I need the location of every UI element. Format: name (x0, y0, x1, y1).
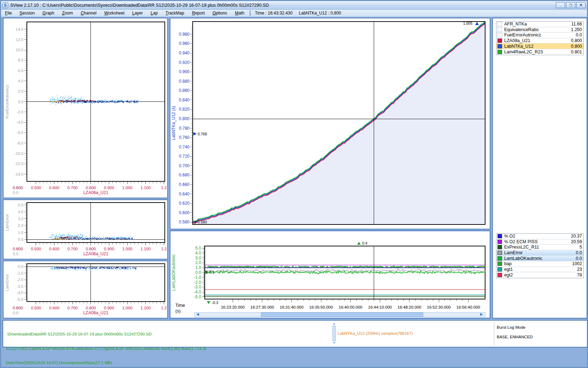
legend-row-lamlabokautronic[interactable]: LamLabOKautronic0.0 (496, 256, 583, 261)
svg-text:2.0: 2.0 (18, 223, 23, 228)
legend-row-fuelerrorautronicz[interactable]: FuelErrorAutronicz0.0 (496, 33, 583, 38)
menu-session[interactable]: Session (16, 10, 39, 16)
svg-text:0.800: 0.800 (13, 306, 23, 310)
svg-text:0.800: 0.800 (179, 116, 190, 121)
channel-value: 78 (577, 273, 582, 278)
min-marker-icon (207, 301, 210, 304)
legend-row-labntka-u12[interactable]: LabNTKa_U120.800 (496, 43, 583, 49)
channel-color-swatch (497, 240, 502, 244)
maximize-icon (569, 3, 572, 7)
maximize-button[interactable] (566, 2, 575, 8)
svg-text:-4.0: -4.0 (194, 290, 201, 294)
svg-text:1.0: 1.0 (195, 265, 201, 270)
legend-panel: AFR_NTKa11.66EquivalenceRatio1.250FuelEr… (492, 18, 587, 319)
channel-name: LZA08a_U21 (504, 38, 571, 43)
lam-error-neg-scatter[interactable]: -5.0-4.0-3.0-2.0-1.00.00.5000.6000.7000.… (4, 261, 167, 318)
status-divider (494, 322, 494, 345)
scroll-up-icon[interactable]: ▲ (333, 322, 336, 326)
menu-graph[interactable]: Graph (39, 10, 58, 16)
channel-color-swatch (497, 39, 502, 43)
channel-color-swatch (497, 245, 502, 249)
svg-text:0.900: 0.900 (104, 186, 114, 190)
svg-text:0.940: 0.940 (179, 51, 190, 56)
channel-name: egt1 (504, 267, 577, 272)
main-lambda-chart-panel[interactable]: 0.5800.6000.6200.6400.6600.6800.7000.720… (170, 18, 490, 229)
legend-row-afr-ntka[interactable]: AFR_NTKa11.66 (496, 22, 583, 27)
channel-color-swatch (497, 256, 502, 261)
svg-text:1.2: 1.2 (161, 306, 167, 310)
channel-info-scrollbar[interactable]: ▲ ▼ (332, 322, 336, 345)
svg-text:12.0: 12.0 (16, 37, 23, 42)
lam-error-neg-scatter-panel[interactable]: -5.0-4.0-3.0-2.0-1.00.00.5000.6000.7000.… (3, 261, 168, 319)
svg-text:-4.0: -4.0 (17, 120, 23, 124)
log-file-path: .\DownloadedData\RR S12\2025-10-29 16-07… (6, 332, 206, 337)
menu-trackmap[interactable]: TrackMap (162, 10, 188, 16)
channel-value: 11.66 (571, 22, 582, 27)
menu-zoom[interactable]: Zoom (58, 10, 77, 16)
svg-text:0.500: 0.500 (31, 247, 41, 251)
svg-text:0.580: 0.580 (198, 220, 207, 224)
legend-row-bap[interactable]: bap1002 (496, 261, 583, 267)
channel-color-swatch (497, 267, 502, 271)
log-mode-title: Burst Log Mode (497, 323, 533, 332)
channel-info-scrollbar-track[interactable] (332, 326, 336, 341)
svg-text:0.680: 0.680 (179, 173, 190, 177)
menu-report[interactable]: Report (188, 10, 209, 16)
svg-text:14.0: 14.0 (16, 27, 23, 31)
scroll-down-icon[interactable]: ▼ (333, 341, 336, 345)
main-lambda-chart[interactable]: 0.5800.6000.6200.6400.6600.6800.7000.720… (170, 18, 490, 229)
channel-value: 0.0 (576, 33, 582, 37)
legend-row-egt2[interactable]: egt278 (496, 272, 583, 278)
log-mode-value: BASE, ENHANCED (497, 332, 533, 342)
svg-text:0.900: 0.900 (179, 69, 190, 74)
svg-text:16:35:50.000: 16:35:50.000 (309, 305, 333, 309)
menu-options[interactable]: Options (209, 10, 231, 16)
status-bar: .\DownloadedData\RR S12\2025-10-29 16-07… (2, 320, 588, 347)
svg-text:10.0: 10.0 (16, 48, 23, 52)
svg-text:0.800: 0.800 (86, 247, 96, 251)
menu-lap[interactable]: Lap (147, 10, 162, 16)
legend-row-lza08a-u21[interactable]: LZA08a_U210.800 (496, 38, 583, 44)
menu-channel[interactable]: Channel (77, 10, 100, 16)
fuel-error-scatter[interactable]: -14.0-12.0-10.0-8.0-6.0-4.0-2.00.02.04.0… (4, 18, 167, 198)
channel-value: 0.0 (576, 256, 582, 261)
channel-info: LabNTKa_U12 (200Hz) samples(786167) Unit… (338, 322, 441, 345)
svg-text:-14.0: -14.0 (14, 172, 23, 176)
menu-bar: FileSessionGraphZoomChannelWorksheetLaye… (1, 10, 587, 17)
lam-error-pos-scatter[interactable]: 0.01.02.03.04.05.00.5000.6000.7000.8000.… (4, 200, 167, 259)
close-button[interactable] (576, 2, 586, 8)
legend-row-equivalenceratio[interactable]: EquivalenceRatio1.250 (496, 27, 583, 33)
legend-row-lamerror[interactable]: LamError0.0 (496, 250, 583, 256)
svg-text:2.0: 2.0 (18, 89, 23, 93)
channel-color-swatch (497, 44, 502, 48)
legend-row-lam4rawl2c-r23[interactable]: Lam4RawL2C_R230.801 (496, 49, 583, 55)
log-mode-info: Burst Log Mode BASE, ENHANCED (497, 323, 533, 342)
menu-worksheet[interactable]: Worksheet (100, 10, 128, 16)
channel-color-swatch (497, 262, 502, 266)
svg-text:0.600: 0.600 (179, 210, 190, 215)
menu-math[interactable]: Math (231, 10, 248, 16)
svg-text:0.700: 0.700 (68, 306, 78, 310)
time-series-chart-panel[interactable]: -5.0-4.0-3.0-2.0-1.00.01.02.03.04.05.016… (170, 230, 490, 319)
svg-text:0.768: 0.768 (198, 132, 207, 136)
svg-text:0.900: 0.900 (104, 306, 114, 310)
fuel-error-scatter-panel[interactable]: -14.0-12.0-10.0-8.0-6.0-4.0-2.00.02.04.0… (3, 18, 168, 198)
svg-text:0.960: 0.960 (179, 41, 190, 46)
channel-value: 1.250 (571, 27, 582, 32)
svg-text:LZA08a_U21: LZA08a_U21 (83, 190, 109, 195)
menu-layer[interactable]: Layer (128, 10, 147, 16)
channel-color-swatch (497, 28, 502, 32)
time-scrollbar-thumb[interactable] (261, 312, 423, 316)
legend-row-expressl2c-r11[interactable]: ExPressL2C_R115 (496, 245, 583, 250)
time-readout: Time : 16:43:32.430 (255, 11, 292, 16)
menu-file[interactable]: File (1, 10, 16, 16)
legend-row-egt1[interactable]: egt123 (496, 267, 583, 273)
minimize-button[interactable] (556, 2, 565, 8)
legend-row-o2[interactable]: % O220.37 (496, 234, 583, 239)
svg-text:0.700: 0.700 (179, 163, 190, 168)
lam-error-pos-scatter-panel[interactable]: 0.01.02.03.04.05.00.5000.6000.7000.8000.… (3, 199, 168, 259)
svg-text:4.0: 4.0 (195, 251, 201, 256)
legend-row-o2-ecm-piss[interactable]: % O2 ECM PISS20.59 (496, 239, 583, 245)
svg-text:0.0: 0.0 (13, 191, 18, 195)
time-series-chart[interactable]: -5.0-4.0-3.0-2.0-1.00.01.02.03.04.05.016… (170, 231, 490, 318)
